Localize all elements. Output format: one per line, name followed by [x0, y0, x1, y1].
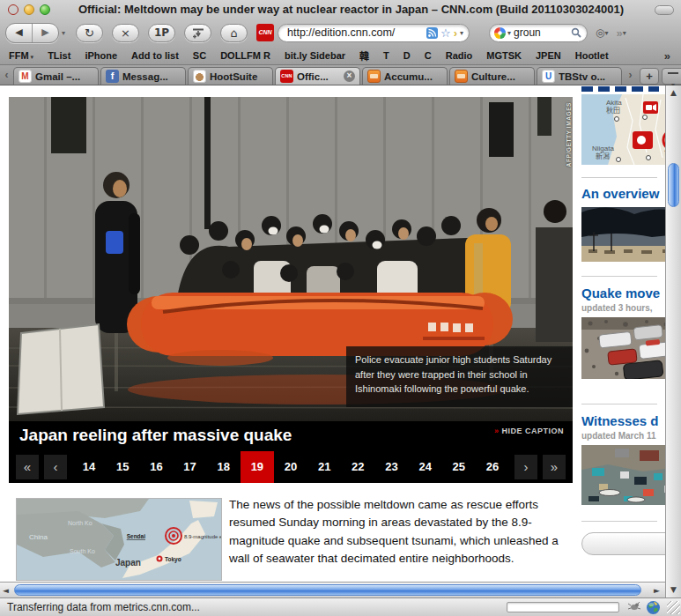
- tab-scroll-left[interactable]: ‹: [0, 65, 13, 85]
- scroll-up-icon[interactable]: ▲: [666, 88, 681, 97]
- url-dropdown-icon[interactable]: ▾: [460, 29, 463, 37]
- first-page-button[interactable]: «: [16, 455, 39, 479]
- new-tab-button[interactable]: +: [640, 68, 659, 85]
- tab-list-button[interactable]: ▾: [662, 68, 681, 85]
- bookmark-add-to-list[interactable]: Add to list: [131, 50, 179, 61]
- more-extension-button[interactable]: » ▾: [617, 26, 626, 40]
- horizontal-scrollbar[interactable]: ◄ ►: [0, 582, 665, 597]
- bookmark-radio[interactable]: Radio: [446, 50, 473, 61]
- progress-bar: [507, 602, 619, 612]
- back-forward-buttons: ◀ ▶: [5, 23, 59, 43]
- rss-icon[interactable]: [426, 27, 438, 39]
- bookmark-d[interactable]: D: [403, 50, 411, 61]
- search-bar[interactable]: ▾ groun: [489, 24, 588, 42]
- gallery-page-24[interactable]: 24: [409, 451, 442, 483]
- sidebar-link-overview[interactable]: An overview: [581, 186, 665, 201]
- tab-hootsuite[interactable]: HootSuite: [188, 67, 273, 85]
- gallery-page-15[interactable]: 15: [106, 451, 139, 483]
- gallery-page-26[interactable]: 26: [476, 451, 509, 483]
- previous-page-button[interactable]: ‹: [44, 455, 67, 479]
- download-tray-button[interactable]: [184, 24, 211, 42]
- close-tab-icon[interactable]: ×: [344, 71, 355, 82]
- sidebar-link-witnesses[interactable]: Witnesses d: [581, 413, 665, 428]
- home-button[interactable]: ⌂: [220, 24, 248, 42]
- gallery-page-23[interactable]: 23: [374, 451, 408, 483]
- bookmark--[interactable]: 韓: [359, 48, 369, 63]
- gallery-page-20[interactable]: 20: [274, 451, 307, 483]
- bug-icon[interactable]: [627, 600, 641, 612]
- sidebar-link-quake[interactable]: Quake move: [581, 286, 665, 301]
- tab-messages[interactable]: Messag...: [100, 67, 186, 85]
- url-text[interactable]: http://edition.cnn.com/: [287, 26, 424, 39]
- hide-caption-link[interactable]: »HIDE CAPTION: [494, 427, 564, 435]
- search-icon[interactable]: [571, 27, 581, 38]
- hootsuite-icon: [193, 70, 206, 83]
- vertical-scrollbar[interactable]: ▲ ▼: [665, 85, 681, 597]
- tab-tbstv[interactable]: TBStv o...: [537, 67, 622, 85]
- bookmarks-overflow-icon[interactable]: »: [664, 49, 670, 63]
- gallery-photo[interactable]: Police evacuate junior high students Sat…: [9, 97, 573, 421]
- gallery-page-16[interactable]: 16: [139, 451, 173, 483]
- tab-bar: ‹ Gmail –... Messag... HootSuite Offic..…: [0, 65, 681, 85]
- reload-button[interactable]: ↻: [76, 24, 103, 42]
- back-button[interactable]: ◀: [6, 24, 32, 42]
- bookmark-star-icon[interactable]: ☆: [440, 27, 451, 39]
- vertical-scroll-thumb[interactable]: [668, 163, 679, 207]
- bookmark-hootlet[interactable]: Hootlet: [575, 50, 609, 61]
- horizontal-scroll-thumb[interactable]: [14, 584, 641, 596]
- quake-location-map[interactable]: China North Ko South Ko Japan Sendai 8.9…: [16, 498, 222, 581]
- capture-icon: ◎: [596, 26, 604, 39]
- google-engine-icon[interactable]: [493, 26, 507, 40]
- bookmark-dollfm-r[interactable]: DOLLFM R: [220, 50, 270, 61]
- overview-photo[interactable]: [581, 207, 665, 262]
- toolbar-toggle-button[interactable]: [655, 5, 674, 15]
- bookmarks-bar: FFM▾TListiPhoneAdd to listSCDOLLFM Rbit.…: [0, 46, 681, 65]
- bookmark-c[interactable]: C: [425, 50, 432, 61]
- scroll-right-icon[interactable]: ►: [654, 584, 660, 597]
- next-page-button[interactable]: ›: [514, 455, 537, 479]
- divider: [581, 404, 657, 404]
- tab-official-active[interactable]: Offic... ×: [275, 67, 360, 85]
- sidebar-pill-button[interactable]: [581, 532, 665, 555]
- search-input[interactable]: groun: [514, 26, 568, 39]
- zoom-window-button[interactable]: [40, 4, 50, 15]
- gallery-page-25[interactable]: 25: [442, 451, 476, 483]
- tab-accumu[interactable]: Accumu...: [362, 67, 448, 85]
- bookmark-tlist[interactable]: TList: [48, 50, 70, 61]
- gallery-page-21[interactable]: 21: [307, 451, 341, 483]
- scroll-down-icon[interactable]: ▼: [666, 585, 681, 594]
- gallery-page-14[interactable]: 14: [72, 451, 106, 483]
- minimize-window-button[interactable]: [24, 4, 34, 15]
- engine-dropdown-icon[interactable]: ▾: [507, 29, 511, 37]
- tab-gmail[interactable]: Gmail –...: [13, 67, 99, 85]
- headline-bar: Japan reeling after massive quake »HIDE …: [9, 421, 573, 451]
- tab-scroll-right[interactable]: ›: [624, 65, 637, 85]
- url-bar[interactable]: http://edition.cnn.com/ ☆ › ▾: [278, 24, 470, 42]
- gallery-page-22[interactable]: 22: [341, 451, 374, 483]
- stop-button[interactable]: ×: [112, 24, 139, 42]
- history-dropdown-icon[interactable]: ▾: [62, 29, 65, 37]
- bookmark-mgtsk[interactable]: MGTSK: [486, 50, 522, 61]
- close-window-button[interactable]: [8, 4, 19, 15]
- last-page-button[interactable]: »: [543, 455, 566, 479]
- forward-button[interactable]: ▶: [32, 24, 58, 42]
- gallery-page-19[interactable]: 19: [241, 451, 274, 483]
- bookmark-iphone[interactable]: iPhone: [85, 50, 117, 61]
- wrecked-cars-photo[interactable]: [581, 317, 665, 379]
- sidebar-japan-map[interactable]: Akita 秋田 Niigata 新潟 仙台: [581, 94, 665, 165]
- bookmark-ffm[interactable]: FFM▾: [9, 50, 33, 61]
- bookmark-sc[interactable]: SC: [193, 50, 206, 61]
- globe-plugin-icon[interactable]: [646, 600, 661, 615]
- aerial-debris-photo[interactable]: [581, 445, 665, 505]
- resize-grip[interactable]: [667, 601, 680, 614]
- capture-extension-button[interactable]: ◎ ▾: [596, 26, 609, 39]
- tab-culture[interactable]: Culture...: [449, 67, 535, 85]
- go-arrow-icon[interactable]: ›: [454, 27, 457, 39]
- bookmark-bit-ly-sidebar[interactable]: bit.ly Sidebar: [285, 50, 345, 61]
- scroll-left-icon[interactable]: ◄: [3, 584, 9, 597]
- onepassword-button[interactable]: 1P: [148, 24, 175, 42]
- bookmark-jpen[interactable]: JPEN: [536, 50, 561, 61]
- gallery-page-18[interactable]: 18: [207, 451, 241, 483]
- gallery-page-17[interactable]: 17: [173, 451, 206, 483]
- bookmark-t[interactable]: T: [383, 50, 389, 61]
